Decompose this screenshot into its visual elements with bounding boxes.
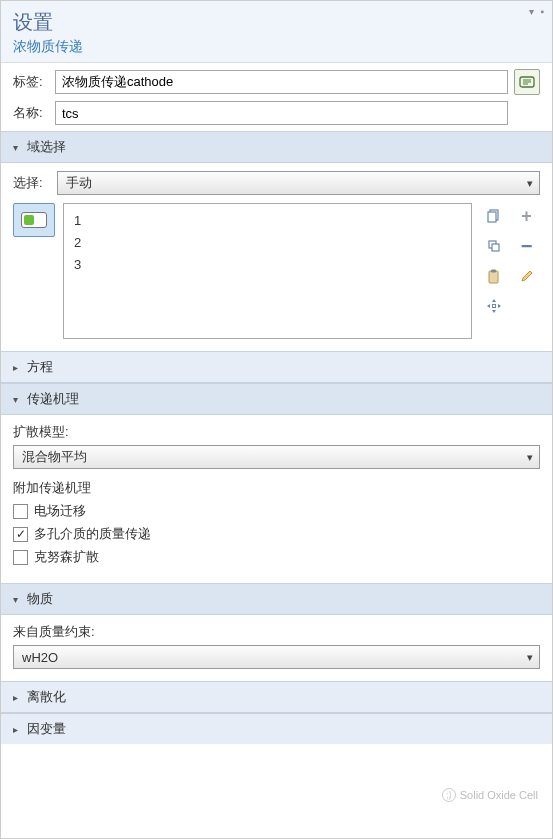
knudsen-label: 克努森扩散 [34, 548, 99, 566]
link-icon [519, 74, 535, 90]
species-value: wH2O [22, 650, 58, 665]
section-label: 方程 [27, 358, 53, 376]
chevron-down-icon: ▾ [9, 142, 21, 153]
diffusion-model-value: 混合物平均 [22, 448, 87, 466]
tag-label: 标签: [13, 73, 49, 91]
remove-icon[interactable]: − [513, 233, 540, 259]
additional-transport-label: 附加传递机理 [13, 479, 540, 497]
migration-checkbox[interactable] [13, 504, 28, 519]
chevron-right-icon: ▸ [9, 724, 21, 735]
chevron-down-icon: ▾ [9, 394, 21, 405]
section-label: 因变量 [27, 720, 66, 738]
from-mass-constraint-label: 来自质量约束: [13, 623, 540, 641]
add-icon[interactable]: + [513, 203, 540, 229]
section-label: 传递机理 [27, 390, 79, 408]
section-species[interactable]: ▾ 物质 [1, 583, 552, 615]
duplicate-icon[interactable] [480, 233, 507, 259]
dropdown-icon[interactable]: ▾ [527, 5, 536, 18]
section-discretization[interactable]: ▸ 离散化 [1, 681, 552, 713]
porous-media-checkbox[interactable] [13, 527, 28, 542]
active-toggle-button[interactable] [13, 203, 55, 237]
settings-title: 设置 [13, 9, 540, 36]
chevron-down-icon: ▾ [9, 594, 21, 605]
copy-icon[interactable] [480, 203, 507, 229]
section-transport-mechanisms[interactable]: ▾ 传递机理 [1, 383, 552, 415]
name-label: 名称: [13, 104, 49, 122]
list-item[interactable]: 1 [74, 210, 461, 232]
paste-icon[interactable] [480, 263, 507, 289]
name-input[interactable] [55, 101, 508, 125]
toggle-icon [21, 212, 47, 228]
zoom-extents-icon[interactable] [480, 293, 507, 319]
svg-rect-5 [488, 212, 496, 222]
svg-rect-10 [492, 305, 495, 308]
species-dropdown[interactable]: wH2O [13, 645, 540, 669]
selection-value: 手动 [66, 174, 92, 192]
tag-input[interactable] [55, 70, 508, 94]
svg-rect-9 [491, 269, 496, 272]
watermark: ;) Solid Oxide Cell [442, 788, 538, 802]
svg-rect-8 [489, 271, 498, 283]
section-label: 物质 [27, 590, 53, 608]
selection-label: 选择: [13, 174, 49, 192]
section-label: 离散化 [27, 688, 66, 706]
diffusion-model-dropdown[interactable]: 混合物平均 [13, 445, 540, 469]
physics-subtitle: 浓物质传递 [13, 38, 540, 56]
section-equation[interactable]: ▸ 方程 [1, 351, 552, 383]
porous-media-label: 多孔介质的质量传递 [34, 525, 151, 543]
section-label: 域选择 [27, 138, 66, 156]
migration-label: 电场迁移 [34, 502, 86, 520]
section-domain-selection[interactable]: ▾ 域选择 [1, 131, 552, 163]
domain-list[interactable]: 1 2 3 [63, 203, 472, 339]
link-button[interactable] [514, 69, 540, 95]
knudsen-checkbox[interactable] [13, 550, 28, 565]
svg-rect-7 [492, 244, 499, 251]
edit-icon[interactable] [513, 263, 540, 289]
list-item[interactable]: 2 [74, 232, 461, 254]
list-item[interactable]: 3 [74, 254, 461, 276]
section-dependent-variables[interactable]: ▸ 因变量 [1, 713, 552, 744]
pin-icon[interactable]: ▪ [538, 5, 546, 18]
chevron-right-icon: ▸ [9, 362, 21, 373]
chevron-right-icon: ▸ [9, 692, 21, 703]
diffusion-model-label: 扩散模型: [13, 423, 540, 441]
selection-dropdown[interactable]: 手动 [57, 171, 540, 195]
